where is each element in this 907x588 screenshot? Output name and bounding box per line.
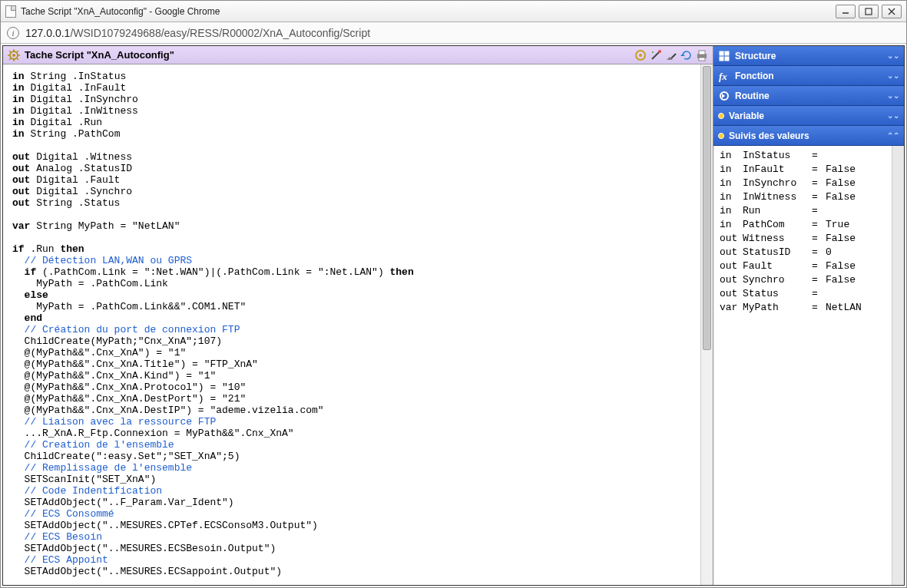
- side-scrollbar[interactable]: [892, 146, 904, 585]
- svg-marker-20: [680, 54, 685, 56]
- side-panel: Structure ⌄⌄ fx Fonction ⌄⌄ Routine ⌄⌄: [713, 46, 904, 585]
- svg-rect-23: [699, 58, 705, 61]
- svg-rect-1: [866, 8, 872, 15]
- function-icon: fx: [718, 70, 730, 82]
- value-row: inInWitness=False: [720, 190, 889, 204]
- chevron-up-icon: ⌃⌃: [887, 131, 899, 140]
- brush-icon[interactable]: [665, 49, 677, 61]
- value-row: outFault=False: [720, 259, 889, 273]
- value-row: varMyPath=NetLAN: [720, 301, 889, 315]
- script-header: Tache Script "XnA_Autoconfig": [3, 46, 713, 64]
- structure-icon: [718, 50, 730, 62]
- content-area: Tache Script "XnA_Autoconfig" in String …: [2, 45, 905, 586]
- svg-line-19: [671, 54, 676, 58]
- wand-icon[interactable]: [650, 49, 662, 61]
- refresh-icon[interactable]: [680, 49, 693, 61]
- app-window: Tache Script "XnA_Autoconfig" - Google C…: [0, 0, 907, 588]
- svg-point-15: [639, 54, 642, 57]
- accordion-structure[interactable]: Structure ⌄⌄: [713, 46, 904, 66]
- window-controls: [836, 5, 902, 18]
- page-icon: [5, 5, 16, 18]
- toolbar: [634, 49, 708, 61]
- svg-rect-26: [720, 57, 723, 61]
- value-row: inInSynchro=False: [720, 177, 889, 190]
- value-row: outSynchro=False: [720, 273, 889, 287]
- svg-line-11: [17, 58, 18, 60]
- svg-point-5: [12, 54, 15, 57]
- bullet-icon: [718, 133, 724, 139]
- routine-icon: [718, 90, 730, 102]
- run-icon[interactable]: [634, 49, 647, 61]
- value-row: inInFault=False: [720, 163, 889, 177]
- close-button[interactable]: [882, 5, 902, 18]
- accordion-suivis[interactable]: Suivis des valeurs ⌃⌃: [713, 126, 904, 146]
- bullet-icon: [718, 113, 724, 119]
- svg-text:fx: fx: [719, 71, 727, 82]
- script-title: Tache Script "XnA_Autoconfig": [25, 49, 174, 61]
- titlebar: Tache Script "XnA_Autoconfig" - Google C…: [1, 1, 906, 22]
- svg-line-10: [9, 51, 11, 52]
- minimize-button[interactable]: [836, 5, 856, 18]
- value-row: outStatus=: [720, 287, 889, 301]
- chevron-down-icon: ⌄⌄: [887, 71, 899, 80]
- print-icon[interactable]: [696, 49, 708, 61]
- accordion-fonction[interactable]: fx Fonction ⌄⌄: [713, 66, 904, 86]
- accordion-variable[interactable]: Variable ⌄⌄: [713, 106, 904, 126]
- svg-line-13: [9, 58, 11, 60]
- url-text: 127.0.0.1/WSID1079249688/easy/RESS/R0000…: [25, 27, 370, 39]
- svg-rect-22: [699, 51, 705, 55]
- chevron-down-icon: ⌄⌄: [887, 91, 899, 100]
- value-row: inPathCom=True: [720, 218, 889, 232]
- scrollbar-thumb[interactable]: [703, 66, 711, 350]
- value-row: inRun=: [720, 204, 889, 218]
- gear-icon: [8, 49, 20, 61]
- values-list: inInStatus=inInFault=FalseinInSynchro=Fa…: [713, 146, 892, 585]
- svg-point-18: [652, 51, 654, 53]
- svg-rect-25: [725, 51, 729, 55]
- value-row: outStatusID=0: [720, 246, 889, 259]
- code-editor[interactable]: in String .InStatus in Digital .InFault …: [3, 64, 700, 585]
- vertical-scrollbar[interactable]: [700, 64, 713, 585]
- value-row: outWitness=False: [720, 232, 889, 246]
- svg-rect-27: [725, 57, 729, 61]
- chevron-down-icon: ⌄⌄: [887, 51, 899, 60]
- main-panel: Tache Script "XnA_Autoconfig" in String …: [3, 46, 713, 585]
- code-area: in String .InStatus in Digital .InFault …: [3, 64, 713, 585]
- svg-line-12: [17, 51, 18, 52]
- accordion-routine[interactable]: Routine ⌄⌄: [713, 86, 904, 106]
- chevron-down-icon: ⌄⌄: [887, 111, 899, 120]
- address-bar[interactable]: i 127.0.0.1/WSID1079249688/easy/RESS/R00…: [1, 22, 906, 44]
- svg-point-17: [658, 50, 661, 53]
- value-row: inInStatus=: [720, 149, 889, 163]
- site-info-icon[interactable]: i: [7, 27, 19, 39]
- maximize-button[interactable]: [859, 5, 879, 18]
- window-title: Tache Script "XnA_Autoconfig" - Google C…: [21, 6, 220, 17]
- svg-rect-24: [720, 51, 723, 55]
